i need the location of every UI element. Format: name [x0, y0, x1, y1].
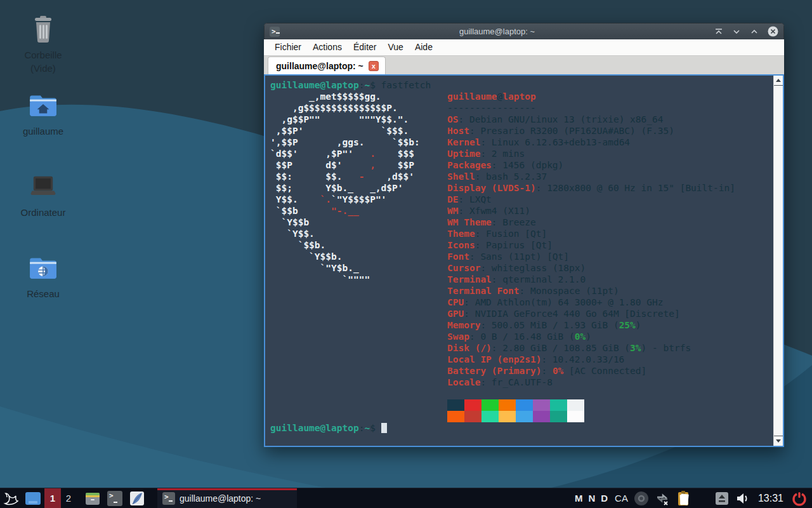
network-folder-icon [27, 251, 60, 284]
app-menu-button[interactable] [0, 488, 22, 508]
desktop: Corbeille(Vide) guillaume Ordinateur [0, 0, 812, 508]
maximize-button[interactable] [750, 28, 759, 36]
computer-icon [27, 170, 60, 203]
removable-media-eject-button[interactable] [715, 491, 729, 505]
trash-icon [27, 13, 60, 46]
scroll-up-icon[interactable] [774, 76, 783, 86]
featherpad-icon [129, 490, 145, 507]
menu-file[interactable]: Fichier [269, 39, 307, 55]
terminal-launcher[interactable] [104, 488, 126, 508]
scroll-lock-indicator[interactable]: D [601, 493, 608, 504]
palette-swatch [464, 399, 481, 411]
trash-label: Corbeille(Vide) [24, 48, 62, 75]
palette-swatch [447, 411, 464, 422]
keyboard-layout-indicator[interactable]: CA [615, 493, 628, 504]
palette-swatch [499, 411, 516, 422]
home-folder-icon [27, 89, 60, 122]
taskbar: 1 2 gu [0, 488, 812, 508]
scroll-down-icon[interactable] [774, 436, 783, 446]
clipboard-icon[interactable] [676, 490, 692, 507]
task-label: guillaume@laptop: ~ [180, 493, 261, 504]
palette-swatch [516, 411, 533, 422]
terminal-command-line: guillaume@laptop:~$ fastfetch [270, 79, 431, 91]
palette-swatch [516, 399, 533, 411]
tab-close-icon[interactable]: x [369, 61, 379, 71]
lxqt-bird-icon [3, 491, 18, 506]
palette-swatch [533, 411, 550, 422]
palette-swatch [447, 399, 464, 411]
close-button[interactable] [768, 26, 778, 37]
desktop-icon-network[interactable]: Réseau [5, 251, 81, 300]
network-status-icon[interactable] [655, 491, 670, 506]
task-button-terminal[interactable]: guillaume@laptop: ~ [157, 488, 297, 508]
titlebar[interactable]: guillaume@laptop: ~ [264, 23, 784, 39]
tabbar: guillaume@laptop: ~ x [264, 56, 784, 74]
terminal-viewport: guillaume@laptop:~$ fastfetch _,met$$$$$… [264, 74, 784, 447]
clock[interactable]: 13:31 [758, 493, 783, 504]
menu-actions[interactable]: Actions [307, 39, 348, 55]
terminal-launcher-icon [107, 491, 122, 506]
menu-view[interactable]: Vue [383, 39, 409, 55]
fastfetch-info: guillaume@laptop----------------OS: Debi… [447, 91, 735, 388]
file-manager-icon [84, 490, 101, 507]
debian-ascii-logo: _,met$$$$$gg. ,g$$$$$$$$$$$$$$$P. ,g$$P"… [270, 91, 420, 285]
file-manager-launcher[interactable] [81, 488, 104, 508]
tab-label: guillaume@laptop: ~ [276, 61, 363, 71]
menu-help[interactable]: Aide [409, 39, 438, 55]
text-editor-launcher[interactable] [126, 488, 148, 508]
palette-swatch [481, 399, 499, 411]
volume-icon[interactable] [735, 491, 750, 506]
palette-swatch [550, 399, 567, 411]
palette-swatch [464, 411, 481, 422]
scrollbar[interactable] [773, 76, 783, 446]
shade-button[interactable] [714, 28, 723, 36]
terminal-window: guillaume@laptop: ~ Fichier Actions Édit… [264, 23, 784, 447]
caps-lock-indicator[interactable]: M [575, 493, 583, 504]
tray-disc-icon[interactable] [634, 491, 649, 506]
palette-swatch [481, 411, 499, 422]
terminal-color-palette [447, 399, 584, 422]
home-folder-label: guillaume [23, 124, 63, 138]
workspace-1-button[interactable]: 1 [44, 488, 61, 508]
task-terminal-icon [162, 492, 175, 505]
menu-edit[interactable]: Éditer [348, 39, 383, 55]
desktop-pager-icon [25, 491, 41, 505]
menubar: Fichier Actions Éditer Vue Aide [264, 39, 784, 56]
palette-swatch [550, 411, 567, 422]
power-button[interactable] [792, 491, 807, 506]
num-lock-indicator[interactable]: N [588, 493, 595, 504]
palette-swatch [567, 399, 584, 411]
palette-swatch [567, 411, 584, 422]
computer-label: Ordinateur [21, 206, 66, 219]
desktop-icon-home[interactable]: guillaume [5, 89, 81, 138]
terminal-prompt: guillaume@laptop:~$ [270, 422, 387, 434]
terminal-content[interactable]: guillaume@laptop:~$ fastfetch _,met$$$$$… [265, 76, 773, 446]
window-terminal-icon [270, 27, 280, 37]
desktop-icon-computer[interactable]: Ordinateur [5, 170, 81, 219]
palette-swatch [533, 399, 550, 411]
tab-terminal[interactable]: guillaume@laptop: ~ x [268, 57, 386, 74]
minimize-button[interactable] [732, 28, 741, 36]
palette-swatch [499, 399, 516, 411]
text-cursor [381, 423, 387, 433]
show-desktop-button[interactable] [22, 488, 44, 508]
desktop-icon-trash[interactable]: Corbeille(Vide) [5, 13, 81, 75]
window-title: guillaume@laptop: ~ [280, 27, 714, 36]
network-folder-label: Réseau [27, 287, 60, 300]
workspace-2-button[interactable]: 2 [61, 488, 76, 508]
